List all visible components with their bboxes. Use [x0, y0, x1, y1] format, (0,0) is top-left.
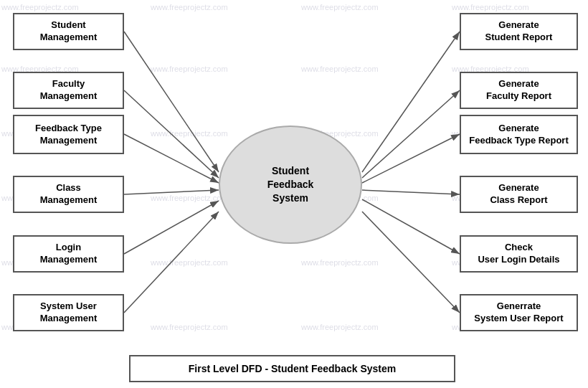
svg-line-6	[124, 212, 219, 313]
watermark-23: www.freeprojectz.com	[301, 323, 379, 331]
watermark-1: www.freeprojectz.com	[1, 3, 79, 11]
watermark-18: www.freeprojectz.com	[151, 258, 228, 267]
watermark-3: www.freeprojectz.com	[301, 3, 379, 11]
box-check-user-login-details: CheckUser Login Details	[460, 235, 578, 273]
svg-line-4	[124, 190, 219, 194]
footer-title: First Level DFD - Student Feedback Syste…	[129, 355, 455, 382]
watermark-2: www.freeprojectz.com	[151, 3, 228, 11]
watermark-7: www.freeprojectz.com	[301, 65, 379, 73]
svg-line-11	[362, 199, 460, 254]
box-generate-class-report: GenerateClass Report	[460, 176, 578, 213]
svg-line-1	[124, 32, 219, 172]
box-feedback-type-management: Feedback TypeManagement	[13, 115, 124, 154]
watermark-19: www.freeprojectz.com	[301, 258, 379, 267]
svg-line-5	[124, 201, 219, 254]
svg-line-8	[362, 90, 460, 178]
center-process: StudentFeedbackSystem	[219, 126, 362, 244]
svg-line-2	[124, 90, 219, 178]
box-generate-feedback-type-report: GenerateFeedback Type Report	[460, 115, 578, 154]
box-generate-system-user-report: GenerrateSystem User Report	[460, 294, 578, 331]
svg-line-3	[124, 134, 219, 183]
box-login-management: LoginManagement	[13, 235, 124, 273]
watermark-10: www.freeprojectz.com	[151, 129, 228, 138]
watermark-6: www.freeprojectz.com	[151, 65, 228, 73]
box-faculty-management: FacultyManagement	[13, 72, 124, 109]
svg-line-7	[362, 32, 460, 172]
svg-line-10	[362, 190, 460, 194]
box-generate-faculty-report: GenerateFaculty Report	[460, 72, 578, 109]
box-generate-student-report: GenerateStudent Report	[460, 13, 578, 50]
svg-line-12	[362, 212, 460, 313]
svg-line-9	[362, 134, 460, 183]
diagram-container: www.freeprojectz.com www.freeprojectz.co…	[0, 0, 588, 388]
watermark-14: www.freeprojectz.com	[151, 194, 228, 202]
watermark-4: www.freeprojectz.com	[452, 3, 529, 11]
box-student-management: StudentManagement	[13, 13, 124, 50]
box-class-management: ClassManagement	[13, 176, 124, 213]
box-system-user-management: System UserManagement	[13, 294, 124, 331]
watermark-22: www.freeprojectz.com	[151, 323, 228, 331]
